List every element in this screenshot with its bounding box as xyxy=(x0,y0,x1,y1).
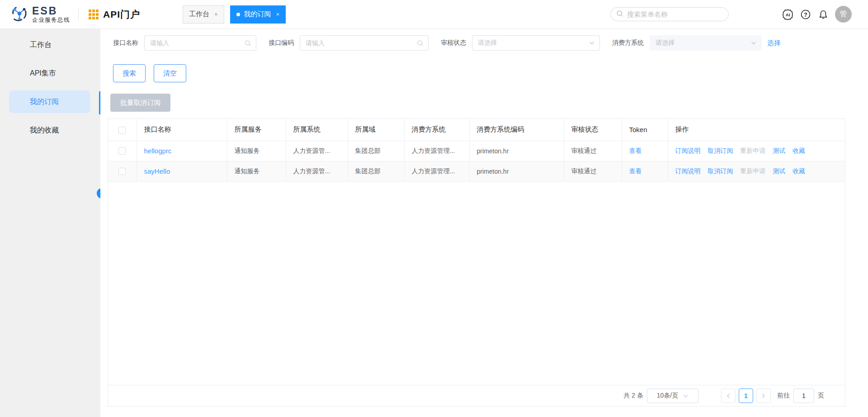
action-reapply[interactable]: 重新申请 xyxy=(740,167,765,175)
clear-button[interactable]: 清空 xyxy=(154,64,186,82)
next-page-button[interactable] xyxy=(756,389,771,403)
col-token: Token xyxy=(622,119,668,141)
chevron-left-icon xyxy=(726,393,731,398)
audit-status-label: 审核状态 xyxy=(441,39,466,47)
select-placeholder: 请选择 xyxy=(656,39,675,47)
col-consumer-code: 消费方系统编码 xyxy=(469,119,564,141)
cell-system: 人力资源管... xyxy=(286,161,348,181)
col-system: 所属系统 xyxy=(286,119,348,141)
main-content: 接口名称 接口编码 审核状态 请选择 消费方系统 请选择 xyxy=(100,29,868,417)
pagination-bar: 共 2 条 10条/页 1 前往 xyxy=(108,385,845,406)
consumer-system-label: 消费方系统 xyxy=(612,39,644,47)
menu-search-box xyxy=(610,7,729,21)
user-avatar[interactable]: 管 xyxy=(835,6,852,23)
subscriptions-card: 接口名称 所属服务 所属系统 所属域 消费方系统 消费方系统编码 审核状态 To… xyxy=(108,118,845,407)
open-tabs: 工作台 × 我的订阅 × xyxy=(183,5,286,24)
tab-my-subscriptions[interactable]: 我的订阅 × xyxy=(230,5,286,24)
col-consumer-system: 消费方系统 xyxy=(404,119,469,141)
search-icon xyxy=(245,40,251,47)
esb-logo-icon xyxy=(11,5,28,24)
close-icon[interactable]: × xyxy=(276,11,280,18)
chevron-down-icon xyxy=(750,40,757,46)
cell-audit-status: 审核通过 xyxy=(564,161,622,181)
app-window: ESB 企业服务总线 API门户 工作台 × 我的订阅 × xyxy=(0,0,868,417)
page-size-select[interactable]: 10条/页 xyxy=(647,389,698,403)
tab-workbench[interactable]: 工作台 × xyxy=(183,5,224,24)
goto-page-input[interactable] xyxy=(793,389,814,403)
sidebar-item-my-subscriptions[interactable]: 我的订阅 xyxy=(9,90,90,113)
search-icon xyxy=(616,10,623,19)
top-bar: ESB 企业服务总线 API门户 工作台 × 我的订阅 × xyxy=(0,0,868,29)
tab-label: 工作台 xyxy=(189,10,209,19)
sidebar-item-my-favorites[interactable]: 我的收藏 xyxy=(9,119,90,142)
table-row: hellogprc 通知服务 人力资源管... 集团总部 人力资源管理... p… xyxy=(108,141,845,161)
action-test[interactable]: 测试 xyxy=(773,147,785,154)
sidebar: 工作台 API集市 我的订阅 我的收藏 xyxy=(0,29,100,417)
filter-row: 接口名称 接口编码 审核状态 请选择 消费方系统 请选择 xyxy=(100,35,868,51)
search-button[interactable]: 搜索 xyxy=(113,64,146,82)
interface-name-link[interactable]: sayHello xyxy=(144,167,170,175)
filter-buttons: 搜索 清空 xyxy=(100,64,868,82)
action-favorite[interactable]: 收藏 xyxy=(793,167,805,175)
action-cancel-subscription[interactable]: 取消订阅 xyxy=(708,147,733,154)
logo-divider xyxy=(78,8,79,21)
cell-consumer: 人力资源管理... xyxy=(404,161,469,181)
select-all-checkbox[interactable] xyxy=(118,127,126,134)
interface-code-field xyxy=(300,35,429,51)
close-icon[interactable]: × xyxy=(214,11,218,18)
interface-code-input[interactable] xyxy=(306,39,417,47)
batch-cancel-subscription-button[interactable]: 批量取消订阅 xyxy=(110,94,170,112)
chevron-down-icon xyxy=(683,393,689,399)
grid-icon xyxy=(89,9,99,19)
cell-domain: 集团总部 xyxy=(348,161,404,181)
portal-brand: API门户 xyxy=(89,8,140,21)
logo-subtitle: 企业服务总线 xyxy=(32,17,70,23)
col-audit-status: 审核状态 xyxy=(564,119,622,141)
esb-logo: ESB 企业服务总线 xyxy=(11,5,70,24)
sidebar-item-api-market[interactable]: API集市 xyxy=(9,62,90,85)
action-subscription-desc[interactable]: 订阅说明 xyxy=(675,147,701,154)
token-view-link[interactable]: 查看 xyxy=(629,167,642,175)
chevron-right-icon xyxy=(761,393,766,398)
total-count: 共 2 条 xyxy=(623,392,643,400)
menu-search-input[interactable] xyxy=(627,10,723,18)
help-icon[interactable]: ? xyxy=(800,9,811,20)
notification-bell-icon[interactable] xyxy=(817,9,829,20)
chevron-down-icon xyxy=(589,40,595,46)
active-dot-icon xyxy=(236,13,240,16)
top-icons: AI ? 管 xyxy=(782,6,868,23)
action-cancel-subscription[interactable]: 取消订阅 xyxy=(708,167,733,175)
col-domain: 所属域 xyxy=(348,119,404,141)
consumer-system-select-link[interactable]: 选择 xyxy=(767,39,781,47)
subscriptions-table: 接口名称 所属服务 所属系统 所属域 消费方系统 消费方系统编码 审核状态 To… xyxy=(108,119,845,182)
ai-icon-text: AI xyxy=(786,12,790,17)
audit-status-select[interactable]: 请选择 xyxy=(472,35,600,51)
ai-assistant-icon[interactable]: AI xyxy=(782,9,793,20)
select-placeholder: 请选择 xyxy=(478,39,497,47)
tab-label: 我的订阅 xyxy=(244,10,271,19)
action-test[interactable]: 测试 xyxy=(773,167,785,175)
page-size-value: 10条/页 xyxy=(657,392,678,400)
cell-consumer: 人力资源管理... xyxy=(404,141,469,161)
search-icon xyxy=(417,40,424,47)
row-checkbox[interactable] xyxy=(118,168,126,175)
action-subscription-desc[interactable]: 订阅说明 xyxy=(675,167,701,175)
page-number-1[interactable]: 1 xyxy=(739,389,753,403)
portal-title: API门户 xyxy=(103,8,140,21)
interface-name-input[interactable] xyxy=(150,39,245,47)
token-view-link[interactable]: 查看 xyxy=(629,147,642,154)
consumer-system-select[interactable]: 请选择 xyxy=(650,35,762,51)
sidebar-item-workbench[interactable]: 工作台 xyxy=(9,33,90,56)
action-favorite[interactable]: 收藏 xyxy=(793,147,805,154)
goto-label: 前往 xyxy=(777,392,790,400)
cell-service: 通知服务 xyxy=(227,161,286,181)
interface-name-field xyxy=(144,35,256,51)
prev-page-button[interactable] xyxy=(721,389,736,403)
action-reapply[interactable]: 重新申请 xyxy=(740,147,765,154)
row-checkbox[interactable] xyxy=(118,147,126,155)
interface-name-link[interactable]: hellogprc xyxy=(144,147,172,155)
interface-name-label: 接口名称 xyxy=(113,39,138,47)
cell-consumer-code: primeton.hr xyxy=(469,161,564,181)
page-unit-label: 页 xyxy=(818,392,824,400)
col-service: 所属服务 xyxy=(227,119,286,141)
